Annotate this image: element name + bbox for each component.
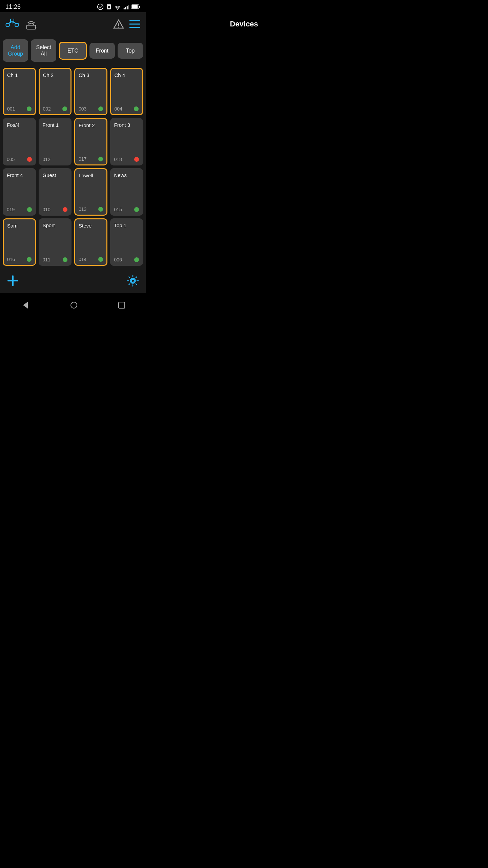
- device-name: Fos/4: [7, 122, 32, 128]
- svg-rect-12: [15, 23, 18, 26]
- device-grid: Ch 1001Ch 2002Ch 3003Ch 4004Fos/4005Fron…: [0, 65, 146, 269]
- network-icon[interactable]: [5, 17, 19, 31]
- device-name: Lowell: [79, 173, 103, 179]
- svg-point-17: [35, 26, 36, 28]
- svg-rect-6: [128, 5, 129, 9]
- recents-button[interactable]: [118, 301, 125, 309]
- tab-front[interactable]: Front: [89, 43, 115, 59]
- device-name: Front 2: [79, 122, 103, 129]
- settings-button[interactable]: [127, 275, 139, 287]
- device-name: Top 1: [114, 222, 139, 229]
- status-bar: 11:26: [0, 0, 146, 12]
- device-name: Steve: [79, 223, 103, 229]
- device-name: News: [114, 172, 139, 178]
- device-num: 010: [43, 207, 50, 212]
- device-card-news[interactable]: News015: [110, 168, 143, 216]
- device-name: Sam: [7, 223, 32, 229]
- device-num: 004: [115, 106, 122, 112]
- device-num: 001: [7, 106, 15, 112]
- status-dot: [134, 106, 139, 111]
- status-dot: [27, 257, 32, 262]
- device-card-steve[interactable]: Steve014: [74, 218, 107, 266]
- svg-rect-11: [6, 23, 9, 26]
- svg-rect-5: [127, 6, 128, 9]
- device-card-top-1[interactable]: Top 1006: [110, 218, 143, 266]
- status-dot: [27, 207, 32, 212]
- device-num: 003: [79, 106, 86, 112]
- svg-point-29: [131, 279, 134, 282]
- svg-rect-32: [119, 302, 125, 308]
- svg-point-31: [71, 302, 77, 308]
- device-name: Front 3: [114, 122, 139, 128]
- device-num: 013: [79, 206, 86, 212]
- device-card-front-2[interactable]: Front 2017: [74, 118, 107, 165]
- status-dot: [27, 106, 32, 111]
- status-time: 11:26: [5, 3, 21, 11]
- svg-point-0: [98, 4, 103, 10]
- device-card-sam[interactable]: Sam016: [3, 218, 36, 266]
- svg-point-21: [118, 27, 119, 28]
- svg-rect-10: [11, 19, 14, 22]
- device-num: 006: [114, 257, 122, 262]
- status-dot: [98, 257, 103, 262]
- status-dot: [98, 106, 103, 111]
- svg-rect-4: [125, 7, 126, 9]
- tab-etc[interactable]: ETC: [59, 42, 86, 60]
- device-num: 019: [7, 207, 15, 212]
- header: Devices: [0, 12, 146, 36]
- home-button[interactable]: [70, 302, 77, 309]
- device-name: Ch 1: [7, 72, 32, 78]
- bottom-bar: [0, 269, 146, 293]
- device-card-ch-4[interactable]: Ch 4004: [110, 68, 143, 115]
- header-right: [113, 19, 140, 29]
- pocket-icon: [97, 3, 104, 10]
- device-num: 012: [43, 157, 50, 162]
- sim-icon: [106, 4, 112, 10]
- svg-rect-16: [27, 25, 36, 29]
- device-name: Guest: [43, 172, 68, 178]
- device-card-front-4[interactable]: Front 4019: [3, 168, 36, 216]
- svg-line-14: [12, 22, 17, 23]
- status-dot: [134, 257, 139, 262]
- wifi-icon: [114, 4, 121, 10]
- svg-rect-9: [139, 6, 140, 8]
- device-card-ch-2[interactable]: Ch 2002: [39, 68, 72, 115]
- tab-top[interactable]: Top: [118, 43, 143, 59]
- tab-add-group[interactable]: Add Group: [3, 39, 28, 62]
- android-nav: [0, 293, 146, 316]
- status-dot: [63, 257, 67, 262]
- signal-icon: [123, 4, 129, 10]
- device-name: Ch 4: [115, 72, 139, 78]
- device-card-lowell[interactable]: Lowell013: [74, 168, 107, 216]
- status-dot: [98, 207, 103, 212]
- device-card-front-1[interactable]: Front 1012: [39, 118, 72, 165]
- device-card-ch-3[interactable]: Ch 3003: [74, 68, 107, 115]
- device-card-front-3[interactable]: Front 3018: [110, 118, 143, 165]
- status-dot: [98, 157, 103, 161]
- device-name: Front 4: [7, 172, 32, 178]
- device-num: 015: [114, 207, 122, 212]
- device-num: 011: [43, 257, 50, 262]
- tab-select-all[interactable]: Select All: [31, 39, 56, 62]
- device-num: 002: [43, 106, 51, 112]
- device-num: 018: [114, 157, 122, 162]
- device-num: 016: [7, 257, 15, 262]
- device-card-ch-1[interactable]: Ch 1001: [3, 68, 36, 115]
- device-card-fos-4[interactable]: Fos/4005: [3, 118, 36, 165]
- header-left: [5, 17, 38, 31]
- back-button[interactable]: [20, 300, 30, 310]
- status-dot: [27, 157, 32, 162]
- warning-button[interactable]: [113, 19, 124, 29]
- svg-marker-30: [23, 302, 28, 309]
- battery-icon: [131, 4, 140, 9]
- device-num: 017: [79, 156, 86, 162]
- device-card-guest[interactable]: Guest010: [39, 168, 72, 216]
- router-icon[interactable]: [24, 17, 38, 31]
- status-icons: [97, 3, 140, 10]
- device-name: Sport: [43, 222, 68, 229]
- menu-button[interactable]: [129, 20, 140, 28]
- add-button[interactable]: [7, 275, 19, 287]
- device-name: Front 1: [43, 122, 68, 128]
- status-dot: [62, 106, 67, 111]
- device-card-sport[interactable]: Sport011: [39, 218, 72, 266]
